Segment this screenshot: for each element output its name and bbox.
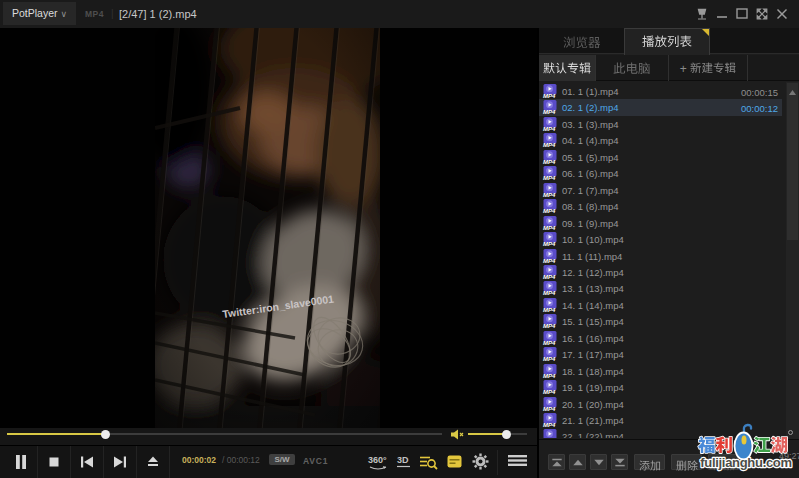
svg-text:MP4: MP4 — [543, 389, 556, 395]
svg-text:MP4: MP4 — [543, 307, 556, 313]
svg-text:MP4: MP4 — [543, 110, 556, 116]
svg-text:MP4: MP4 — [543, 241, 556, 247]
svg-text:fulijianghu.com: fulijianghu.com — [700, 455, 792, 470]
svg-text:3D: 3D — [397, 455, 409, 465]
svg-text:360°: 360° — [368, 455, 387, 465]
svg-text:MP4: MP4 — [543, 274, 556, 280]
svg-text:MP4: MP4 — [543, 373, 556, 379]
svg-text:MP4: MP4 — [543, 143, 556, 149]
svg-text:MP4: MP4 — [543, 324, 556, 330]
svg-text:MP4: MP4 — [543, 176, 556, 182]
svg-text:MP4: MP4 — [543, 208, 556, 214]
